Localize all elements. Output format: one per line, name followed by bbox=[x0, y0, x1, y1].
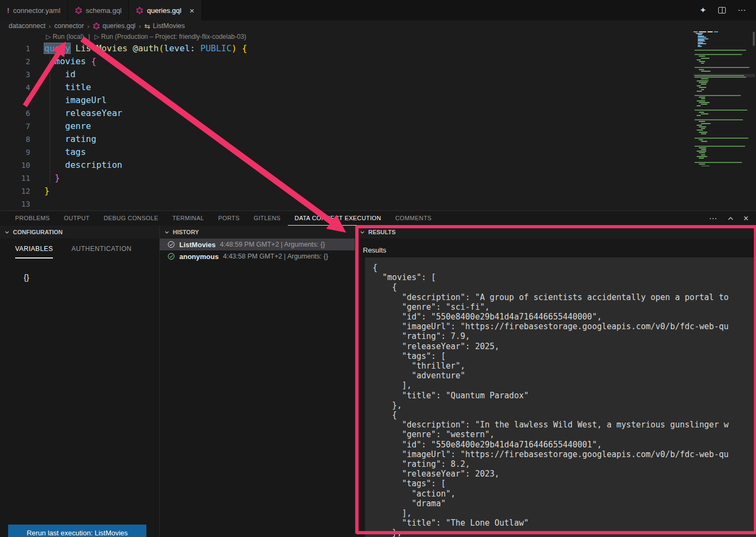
minimap[interactable] bbox=[693, 31, 755, 166]
minimap-line bbox=[699, 69, 704, 70]
code-line-2[interactable]: 2 movies { bbox=[0, 55, 756, 68]
code-line-7[interactable]: 7 genre bbox=[0, 120, 756, 133]
minimap-line bbox=[694, 110, 747, 111]
panel-tab-terminal[interactable]: TERMINAL bbox=[165, 211, 211, 226]
results-json-box[interactable]: { "movies": [ { "description": "A group … bbox=[365, 257, 756, 537]
tab-queries.gql[interactable]: queries.gql× bbox=[129, 0, 201, 21]
code-text: releaseYear bbox=[44, 107, 123, 120]
line-number: 11 bbox=[0, 172, 30, 185]
codelens-row: ▷ Run (local) | ▷ Run (Production – Proj… bbox=[0, 31, 756, 42]
breadcrumb-item-ListMovies[interactable]: ⇆ListMovies bbox=[144, 22, 185, 30]
code-editor[interactable]: ▷ Run (local) | ▷ Run (Production – Proj… bbox=[0, 31, 756, 210]
breadcrumb-item-connector[interactable]: connector bbox=[54, 22, 84, 30]
code-line-1[interactable]: 1query ListMovies @auth(level: PUBLIC) { bbox=[0, 42, 756, 55]
code-lines[interactable]: 1query ListMovies @auth(level: PUBLIC) {… bbox=[0, 42, 756, 210]
tab-schema.gql[interactable]: schema.gql bbox=[68, 0, 129, 21]
panel-maximize-icon[interactable] bbox=[727, 216, 734, 221]
run-production-link[interactable]: ▷ Run (Production – Project: friendly-fl… bbox=[94, 33, 246, 40]
history-entry-anonymous[interactable]: anonymous4:43:58 PM GMT+2 | Arguments: {… bbox=[160, 250, 355, 262]
copilot-sparkle-icon[interactable]: ✦ bbox=[699, 5, 706, 15]
minimap-line bbox=[701, 63, 704, 64]
minimap-line bbox=[701, 123, 711, 124]
results-section: RESULTS Results { "movies": [ { "descrip… bbox=[355, 226, 756, 537]
code-line-8[interactable]: 8 rating bbox=[0, 133, 756, 146]
tab-label: schema.gql bbox=[86, 6, 122, 15]
minimap-line bbox=[693, 31, 698, 32]
run-local-link[interactable]: ▷ Run (local) bbox=[46, 33, 84, 40]
results-label: Results bbox=[363, 246, 756, 254]
panel-tab-problems[interactable]: PROBLEMS bbox=[8, 211, 57, 226]
panel-tab-debug-console[interactable]: DEBUG CONSOLE bbox=[97, 211, 165, 226]
history-entry-meta: 4:48:59 PM GMT+2 | Arguments: {} bbox=[220, 241, 325, 248]
variables-value[interactable]: {} bbox=[24, 273, 159, 282]
check-circle-icon bbox=[167, 253, 175, 260]
minimap-line bbox=[697, 59, 701, 60]
minimap-line bbox=[697, 151, 706, 152]
editor-scrollbar-thumb[interactable] bbox=[753, 32, 755, 46]
minimap-line bbox=[699, 158, 704, 159]
code-line-10[interactable]: 10 description bbox=[0, 159, 756, 172]
history-entry-ListMovies[interactable]: ListMovies4:48:59 PM GMT+2 | Arguments: … bbox=[160, 239, 355, 250]
configuration-header[interactable]: CONFIGURATION bbox=[0, 226, 159, 239]
code-line-6[interactable]: 6 releaseYear bbox=[0, 107, 756, 120]
code-text: description bbox=[44, 159, 123, 172]
rerun-last-execution-button[interactable]: Rerun last execution: ListMovies bbox=[8, 525, 146, 537]
config-tab-variables[interactable]: VARIABLES bbox=[15, 245, 53, 259]
line-number: 3 bbox=[0, 68, 30, 81]
minimap-line bbox=[694, 162, 742, 163]
panel-tab-ports[interactable]: PORTS bbox=[211, 211, 247, 226]
panel-more-icon[interactable]: ⋯ bbox=[709, 214, 718, 223]
codelens-separator: | bbox=[89, 33, 90, 40]
minimap-line bbox=[701, 89, 704, 90]
configuration-section: CONFIGURATION VARIABLESAUTHENTICATION {}… bbox=[0, 226, 160, 537]
history-entry-name: anonymous bbox=[179, 253, 219, 261]
code-text: id bbox=[44, 68, 76, 81]
minimap-line bbox=[699, 164, 705, 165]
minimap-line bbox=[699, 61, 705, 62]
code-line-4[interactable]: 4 title bbox=[0, 81, 756, 94]
bottom-panel: PROBLEMSOUTPUTDEBUG CONSOLETERMINALPORTS… bbox=[0, 210, 756, 537]
line-number: 6 bbox=[0, 107, 30, 120]
line-number: 13 bbox=[0, 198, 30, 210]
panel-tab-comments[interactable]: COMMENTS bbox=[388, 211, 438, 226]
panel-tab-gitlens[interactable]: GITLENS bbox=[247, 211, 288, 226]
indent-guide bbox=[50, 55, 50, 185]
minimap-line bbox=[694, 54, 742, 55]
code-text: query ListMovies @auth(level: PUBLIC) { bbox=[44, 42, 247, 55]
code-line-3[interactable]: 3 id bbox=[0, 68, 756, 81]
config-tab-authentication[interactable]: AUTHENTICATION bbox=[71, 245, 131, 259]
code-line-13[interactable]: 13 bbox=[0, 198, 756, 210]
minimap-line bbox=[701, 104, 707, 105]
code-line-11[interactable]: 11 } bbox=[0, 172, 756, 185]
more-actions-icon[interactable]: ⋯ bbox=[738, 5, 746, 15]
minimap-line bbox=[701, 141, 707, 142]
split-editor-icon[interactable] bbox=[718, 7, 726, 13]
history-header[interactable]: HISTORY bbox=[160, 226, 355, 239]
graphql-icon bbox=[93, 23, 100, 30]
line-number: 12 bbox=[0, 185, 30, 198]
breadcrumb: dataconnect›connector›queries.gql›⇆ListM… bbox=[0, 21, 756, 31]
editor-tab-bar: !connector.yamlschema.gqlqueries.gql× ✦ … bbox=[0, 0, 756, 21]
code-line-12[interactable]: 12} bbox=[0, 185, 756, 198]
panel-tab-bar: PROBLEMSOUTPUTDEBUG CONSOLETERMINALPORTS… bbox=[0, 211, 756, 226]
tab-label: queries.gql bbox=[147, 6, 181, 15]
minimap-line bbox=[701, 133, 706, 134]
panel-tab-output[interactable]: OUTPUT bbox=[57, 211, 97, 226]
panel-close-icon[interactable]: × bbox=[744, 214, 748, 223]
graphql-icon bbox=[75, 7, 82, 14]
minimap-line bbox=[694, 77, 746, 78]
line-number: 8 bbox=[0, 133, 30, 146]
code-line-5[interactable]: 5 imageUrl bbox=[0, 94, 756, 107]
minimap-line bbox=[694, 95, 741, 96]
breadcrumb-item-dataconnect[interactable]: dataconnect bbox=[9, 22, 45, 30]
yaml-icon: ! bbox=[7, 6, 9, 15]
breadcrumb-item-queries.gql[interactable]: queries.gql bbox=[93, 22, 136, 30]
tab-label: connector.yaml bbox=[13, 6, 60, 15]
panel-tab-data-connect-execution[interactable]: DATA CONNECT EXECUTION bbox=[288, 211, 388, 226]
close-tab-icon[interactable]: × bbox=[190, 6, 194, 15]
line-number: 4 bbox=[0, 81, 30, 94]
results-header[interactable]: RESULTS bbox=[355, 226, 756, 239]
tab-connector.yaml[interactable]: !connector.yaml bbox=[0, 0, 68, 21]
code-line-9[interactable]: 9 tags bbox=[0, 146, 756, 159]
graphql-icon bbox=[136, 7, 143, 14]
